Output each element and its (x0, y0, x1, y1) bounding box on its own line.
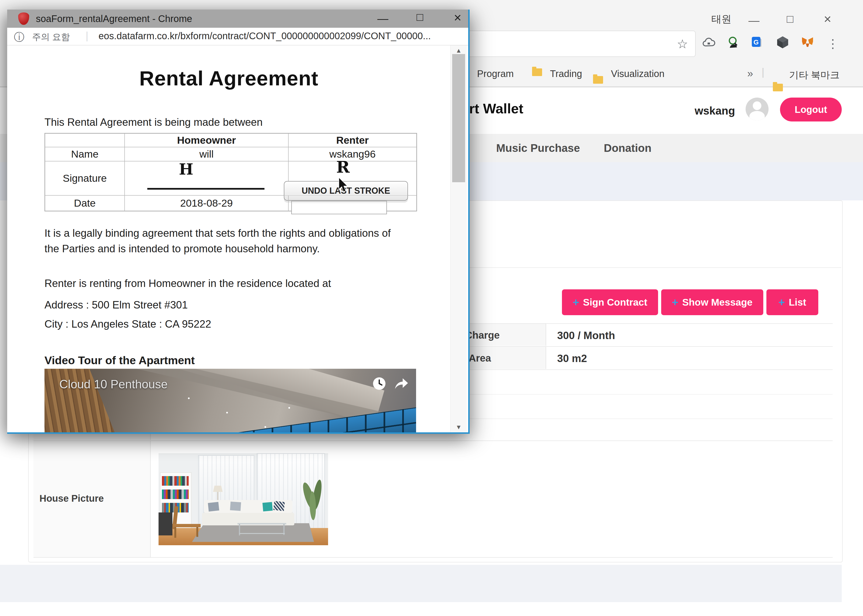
cloud-extension-icon[interactable] (702, 36, 716, 50)
folder-icon (532, 68, 542, 76)
translate-extension-icon[interactable]: G (751, 35, 765, 49)
screen: 태원 — □ × ☆ G ⋮ Program Trading Visualiza… (0, 0, 863, 616)
other-bookmarks-label[interactable]: 기타 북마크 (789, 68, 839, 82)
nav-item-donation[interactable]: Donation (604, 141, 651, 154)
popup-close-icon[interactable]: × (454, 11, 462, 24)
house-picture-image (159, 453, 328, 545)
scrollbar-thumb[interactable] (452, 54, 465, 182)
house-picture-label: House Picture (39, 493, 104, 504)
address-line: Address : 500 Elm Street #301 (44, 297, 188, 313)
popup-content: ▲ ▼ Rental Agreement This Rental Agreeme… (7, 46, 467, 432)
signature-label-cell: Signature (45, 161, 124, 195)
charge-label: Charge (465, 330, 500, 341)
pillow (208, 502, 219, 511)
intro-text: This Rental Agreement is being made betw… (44, 114, 263, 130)
renting-paragraph: Renter is renting from Homeowner in the … (44, 275, 331, 291)
logout-label: Logout (795, 104, 827, 115)
mouse-cursor (338, 177, 349, 194)
bookmark-star-icon[interactable]: ☆ (677, 37, 688, 51)
coffee-table-top (237, 523, 286, 525)
video-player[interactable]: Cloud 10 Penthouse (44, 369, 416, 432)
scroll-up-icon[interactable]: ▲ (451, 47, 467, 54)
date-value-cell: 2018-08-29 (124, 195, 288, 211)
ceiling-lights (188, 398, 190, 399)
avatar-body (750, 111, 765, 121)
coffee-table-shelf (239, 533, 285, 534)
avatar[interactable] (745, 97, 769, 121)
url-separator: | (86, 30, 88, 42)
video-heading: Video Tour of the Apartment (44, 352, 195, 369)
plus-icon: + (672, 296, 678, 309)
maximize-icon[interactable]: □ (787, 13, 794, 24)
homeowner-signature-stroke: H (179, 160, 193, 178)
security-warning-label: 주의 요함 (32, 31, 70, 43)
renter-signature-stroke: R (336, 157, 350, 176)
date-label-cell: Date (45, 195, 124, 211)
homeowner-name-cell: will (124, 147, 288, 161)
area-value: 30 m2 (557, 352, 587, 365)
show-message-label: Show Message (682, 297, 753, 308)
header-renter: Renter (288, 134, 417, 147)
bookmark-item-program[interactable]: Program (477, 68, 514, 79)
renter-date-input[interactable] (291, 201, 387, 214)
homeowner-signature-cell[interactable] (124, 161, 288, 195)
page-title-partial: rt Wallet (469, 101, 523, 116)
kebab-menu-icon[interactable]: ⋮ (827, 37, 839, 51)
chair-leg (196, 527, 198, 537)
minimize-icon[interactable]: — (748, 15, 759, 26)
popup-url-bar[interactable]: ⓘ 주의 요함 | eos.datafarm.co.kr/bxform/cont… (7, 28, 468, 46)
popup-minimize-icon[interactable]: — (377, 13, 388, 24)
metamask-extension-icon[interactable] (800, 35, 814, 49)
agreement-table: Homeowner Renter Name will wskang96 Sign… (44, 133, 417, 211)
footer-band (0, 565, 842, 602)
username-label: wskang (695, 104, 735, 117)
scroll-down-icon[interactable]: ▼ (451, 423, 467, 431)
dark-desk (159, 512, 172, 536)
pillow (274, 501, 285, 511)
show-message-button[interactable]: + Show Message (661, 289, 763, 315)
pillow (263, 502, 273, 511)
bookmarks-overflow-icon[interactable]: » (747, 68, 753, 79)
list-label: List (789, 297, 806, 308)
popup-title-bar[interactable]: soaForm_rentalAgreement - Chrome — □ × (7, 9, 468, 28)
popup-scrollbar[interactable]: ▲ ▼ (450, 46, 467, 432)
bookmark-item-visualization[interactable]: Visualization (611, 68, 665, 79)
share-icon[interactable] (394, 377, 409, 391)
browser-profile-label[interactable]: 태원 (711, 13, 731, 26)
url-text[interactable]: eos.datafarm.co.kr/bxform/contract/CONT_… (99, 31, 431, 41)
bookmarks-separator: | (762, 66, 764, 78)
house-picture-cell: House Picture (33, 441, 151, 557)
info-icon[interactable]: ⓘ (14, 30, 24, 44)
document-heading: Rental Agreement (7, 66, 451, 90)
close-icon[interactable]: × (824, 13, 832, 25)
cube-extension-icon[interactable] (776, 35, 789, 49)
bookmark-item-trading[interactable]: Trading (550, 68, 582, 79)
folder-icon (593, 76, 603, 84)
pillow (230, 502, 241, 511)
sign-contract-button[interactable]: + Sign Contract (562, 289, 658, 315)
rug (192, 523, 314, 542)
chair-leg (174, 527, 176, 538)
red-shield-favicon (18, 13, 29, 25)
watch-later-icon[interactable] (373, 377, 386, 391)
signature-line (147, 188, 264, 190)
books (162, 476, 189, 486)
popup-maximize-icon[interactable]: □ (417, 11, 423, 22)
name-label-cell: Name (45, 147, 124, 161)
renter-name-cell: wskang96 (288, 147, 417, 161)
books (162, 489, 189, 499)
charge-value: 300 / Month (557, 330, 615, 341)
legal-paragraph: It is a legally binding agreement that s… (44, 225, 396, 256)
lamp-shade (213, 486, 223, 492)
table-border (33, 440, 833, 441)
logout-button[interactable]: Logout (780, 97, 842, 121)
nav-item-music-purchase[interactable]: Music Purchase (496, 141, 580, 154)
list-button[interactable]: + List (766, 289, 818, 315)
person-search-extension-icon[interactable] (726, 35, 740, 49)
header-blank-cell (45, 134, 124, 147)
header-homeowner: Homeowner (124, 134, 288, 147)
folder-icon (773, 84, 783, 91)
area-label: Area (469, 352, 491, 364)
sign-contract-label: Sign Contract (583, 297, 647, 308)
video-title: Cloud 10 Penthouse (59, 377, 168, 391)
